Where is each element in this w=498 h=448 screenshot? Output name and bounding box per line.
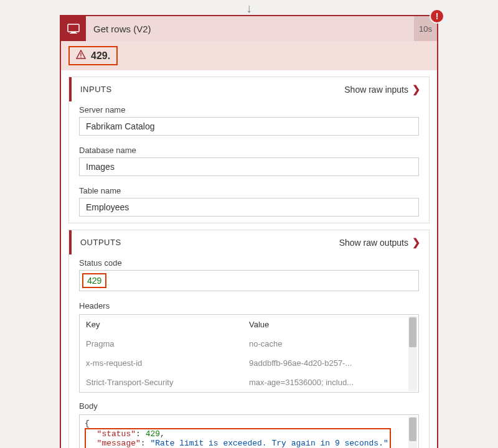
headers-col-value: Value	[249, 320, 412, 329]
headers-header-row: Key Value	[80, 315, 418, 334]
outputs-panel: OUTPUTS Show raw outputs ❯ Status code 4…	[68, 230, 430, 448]
body-status-key: "status"	[97, 429, 136, 439]
show-raw-inputs-label: Show raw inputs	[344, 85, 408, 95]
card-title: Get rows (V2)	[86, 24, 414, 34]
table-name-field: Table name Employees	[69, 182, 429, 223]
chevron-right-icon: ❯	[412, 83, 420, 95]
show-raw-inputs-link[interactable]: Show raw inputs ❯	[344, 83, 420, 95]
warning-icon	[76, 50, 86, 62]
database-name-field: Database name Images	[69, 142, 429, 182]
header-key: Pragma	[86, 339, 249, 348]
svg-rect-4	[80, 57, 81, 57]
sql-icon	[61, 16, 86, 41]
card-header[interactable]: Get rows (V2) 10s	[61, 16, 437, 41]
headers-label: Headers	[79, 301, 419, 310]
inputs-title: INPUTS	[80, 85, 112, 94]
scroll-thumb[interactable]	[409, 317, 416, 347]
show-raw-outputs-link[interactable]: Show raw outputs ❯	[339, 236, 420, 248]
table-row: Strict-Transport-Security max-age=315360…	[80, 373, 418, 392]
header-value: max-age=31536000; includ...	[249, 378, 412, 387]
table-row: x-ms-request-id 9addbffb-96ae-4d20-b257-…	[80, 353, 418, 373]
svg-rect-1	[71, 32, 76, 33]
body-label: Body	[79, 401, 419, 411]
table-name-label: Table name	[79, 186, 419, 195]
header-key: Strict-Transport-Security	[86, 378, 249, 387]
headers-table[interactable]: Key Value Pragma no-cache x-ms-request-i…	[79, 314, 419, 393]
body-message-val: "Rate limit is exceeded. Try again in 9 …	[150, 439, 388, 448]
status-code-label: Status code	[79, 258, 419, 268]
outputs-header: OUTPUTS Show raw outputs ❯	[69, 230, 429, 254]
table-row: Pragma no-cache	[80, 334, 418, 353]
server-name-label: Server name	[79, 105, 419, 114]
error-code-text: 429.	[91, 50, 110, 62]
action-card: ! Get rows (V2) 10s 429. INPUTS Show raw…	[60, 15, 438, 448]
status-code-box[interactable]: 429	[79, 270, 419, 291]
inputs-panel: INPUTS Show raw inputs ❯ Server name Fab…	[68, 77, 430, 223]
status-code-field: Status code 429	[69, 254, 429, 297]
database-name-label: Database name	[79, 146, 419, 155]
flow-arrow-icon: ↓	[246, 1, 252, 16]
scroll-thumb[interactable]	[409, 418, 416, 441]
body-content[interactable]: { "status": 429, "message": "Rate limit …	[79, 414, 419, 448]
error-code-highlight: 429.	[68, 46, 118, 65]
server-name-field: Server name Fabrikam Catalog	[69, 101, 429, 142]
header-value: no-cache	[249, 339, 412, 348]
error-strip: 429.	[61, 41, 437, 70]
inputs-header: INPUTS Show raw inputs ❯	[69, 77, 429, 101]
body-message-key: "message"	[97, 439, 141, 448]
body-field: Body	[69, 398, 429, 414]
server-name-value[interactable]: Fabrikam Catalog	[79, 117, 419, 136]
svg-rect-0	[68, 24, 79, 32]
show-raw-outputs-label: Show raw outputs	[339, 238, 408, 248]
headers-field: Headers	[69, 297, 429, 314]
svg-rect-3	[80, 53, 81, 56]
body-scrollbar[interactable]	[408, 416, 417, 448]
database-name-value[interactable]: Images	[79, 157, 419, 176]
body-status-val: 429	[146, 429, 160, 439]
headers-scrollbar[interactable]	[408, 316, 417, 391]
status-code-value: 429	[82, 273, 106, 288]
chevron-right-icon: ❯	[412, 236, 420, 248]
body-highlight: "status": 429, "message": "Rate limit is…	[85, 428, 391, 448]
header-key: x-ms-request-id	[86, 358, 249, 368]
header-value: 9addbffb-96ae-4d20-b257-...	[249, 358, 412, 368]
table-name-value[interactable]: Employees	[79, 198, 419, 217]
error-badge-icon: !	[431, 10, 443, 22]
headers-col-key: Key	[86, 320, 249, 329]
svg-rect-2	[70, 33, 77, 34]
outputs-title: OUTPUTS	[80, 238, 121, 247]
